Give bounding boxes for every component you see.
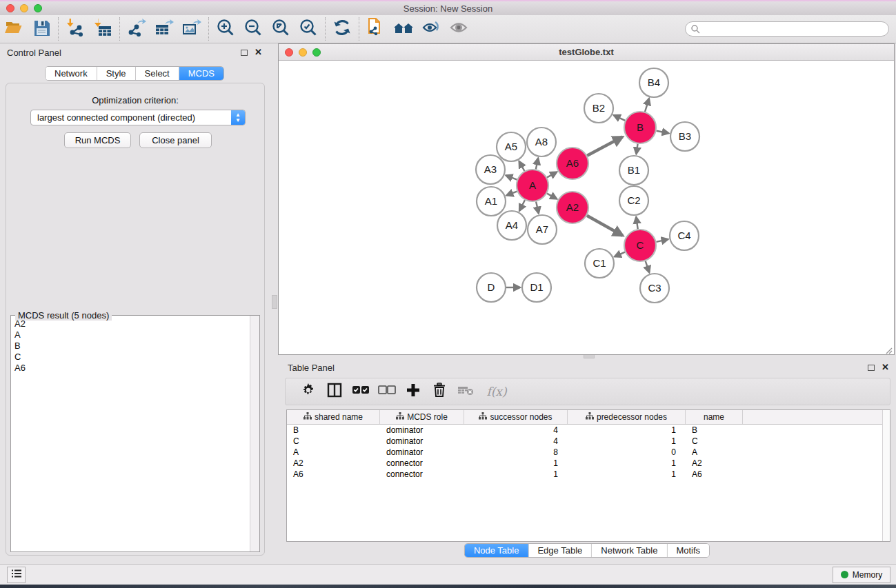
graph-edge-A-A5[interactable] — [519, 161, 525, 171]
deselect-all-button[interactable] — [374, 381, 400, 403]
graph-edge-A-A3[interactable] — [506, 175, 517, 179]
save-session-button[interactable] — [28, 17, 55, 41]
graph-edge-A2-C[interactable] — [587, 216, 623, 236]
graph-edge-A-A1[interactable] — [506, 192, 517, 196]
function-builder-button[interactable]: f(x) — [479, 381, 515, 403]
graph-edge-C-C4[interactable] — [656, 239, 668, 242]
table-row[interactable]: A6connector11A6 — [287, 469, 890, 480]
graph-node-C3[interactable]: C3 — [640, 274, 669, 303]
table-row[interactable]: Cdominator41C — [287, 436, 890, 447]
graph-node-B[interactable]: B — [624, 112, 656, 143]
graph-edge-C-C1[interactable] — [615, 252, 625, 257]
show-columns-button[interactable] — [321, 381, 348, 403]
refresh-button[interactable] — [328, 17, 356, 41]
graph-edge-B-B1[interactable] — [636, 144, 637, 154]
import-table-button[interactable] — [89, 17, 117, 41]
tab-node-table[interactable]: Node Table — [465, 544, 529, 557]
table-row[interactable]: Bdominator41B — [287, 425, 890, 436]
graph-node-A2[interactable]: A2 — [557, 192, 588, 223]
table-row[interactable]: Adominator80A — [287, 447, 890, 458]
graph-node-C2[interactable]: C2 — [619, 186, 648, 215]
graph-edge-A-A4[interactable] — [519, 200, 525, 210]
tab-network[interactable]: Network — [46, 67, 97, 80]
graph-edge-A-A2[interactable] — [547, 194, 557, 199]
import-network-button[interactable] — [61, 17, 89, 41]
close-panel-icon[interactable]: ✕ — [255, 49, 262, 56]
tab-mcds[interactable]: MCDS — [179, 67, 223, 80]
graph-edge-A-A6[interactable] — [547, 172, 557, 178]
graph-node-A[interactable]: A — [517, 170, 548, 201]
table-scrollbar[interactable] — [882, 410, 890, 541]
search-input[interactable] — [685, 21, 889, 37]
zoom-selected-button[interactable] — [295, 17, 322, 41]
table-cell: 1 — [464, 469, 568, 480]
float-table-panel-icon[interactable] — [868, 365, 875, 371]
graph-node-D[interactable]: D — [477, 273, 506, 302]
export-table-button[interactable] — [150, 17, 178, 41]
graph-edge-A-A8[interactable] — [536, 159, 538, 170]
column-header-MCDS-role[interactable]: MCDS role — [380, 410, 464, 424]
zoom-fit-button[interactable] — [267, 17, 295, 41]
graph-edge-C-C3[interactable] — [646, 261, 650, 273]
zoom-in-button[interactable] — [212, 17, 239, 41]
delete-table-button[interactable] — [452, 381, 479, 403]
task-history-button[interactable] — [7, 567, 26, 583]
zoom-out-button[interactable] — [239, 17, 267, 41]
graph-node-A1[interactable]: A1 — [477, 187, 506, 216]
tab-style[interactable]: Style — [97, 67, 136, 80]
open-session-button[interactable] — [0, 17, 28, 41]
column-header-name[interactable]: name — [686, 410, 743, 424]
graph-node-A8[interactable]: A8 — [527, 128, 556, 156]
clone-network-button[interactable] — [362, 17, 390, 41]
graph-node-A6[interactable]: A6 — [557, 148, 588, 179]
graph-node-A5[interactable]: A5 — [497, 132, 526, 161]
run-mcds-button[interactable]: Run MCDS — [64, 132, 131, 148]
graph-node-B2[interactable]: B2 — [584, 94, 613, 123]
column-header-predecessor-nodes[interactable]: predecessor nodes — [568, 410, 686, 424]
graph-edge-B-B2[interactable] — [614, 115, 626, 121]
close-panel-button[interactable]: Close panel — [139, 132, 212, 148]
graph-edge-B-B4[interactable] — [645, 99, 649, 112]
memory-button[interactable]: Memory — [833, 567, 890, 583]
show-graphics-details-button[interactable] — [445, 17, 472, 41]
graph-node-C4[interactable]: C4 — [670, 221, 699, 250]
vertical-split-handle[interactable] — [272, 295, 277, 309]
home-button[interactable] — [390, 17, 417, 41]
network-window-titlebar: testGlobe.txt — [279, 44, 894, 61]
table-settings-button[interactable] — [295, 381, 321, 403]
table-row[interactable]: A2connector11A2 — [287, 458, 890, 469]
graph-edge-C-C2[interactable] — [636, 217, 637, 229]
result-scrollbar[interactable] — [250, 316, 259, 551]
graph-node-D1[interactable]: D1 — [522, 273, 551, 302]
tab-network-table[interactable]: Network Table — [592, 544, 667, 557]
graph-node-B1[interactable]: B1 — [619, 156, 648, 185]
tab-select[interactable]: Select — [136, 67, 179, 80]
select-all-button[interactable] — [348, 381, 374, 403]
resize-grip-icon[interactable] — [884, 345, 893, 353]
graph-node-B4[interactable]: B4 — [639, 68, 668, 97]
column-header-shared-name[interactable]: shared name — [287, 410, 380, 424]
add-column-button[interactable] — [400, 381, 426, 403]
export-image-button[interactable] — [178, 17, 206, 41]
float-panel-icon[interactable] — [241, 50, 248, 56]
graph-node-C1[interactable]: C1 — [585, 249, 614, 278]
graph-node-A4[interactable]: A4 — [497, 211, 526, 240]
close-table-panel-icon[interactable]: ✕ — [882, 364, 889, 371]
graph-node-A7[interactable]: A7 — [528, 215, 557, 244]
graph-edge-A-A7[interactable] — [536, 201, 539, 213]
tab-motifs[interactable]: Motifs — [667, 544, 709, 557]
graph-node-A3[interactable]: A3 — [476, 155, 505, 184]
column-header-successor-nodes[interactable]: successor nodes — [464, 410, 568, 424]
graph-edge-B-B3[interactable] — [657, 131, 669, 134]
network-canvas[interactable]: B4B2BB3A5A8A6A3B1AA1C2A2A4A7C4CC1C3DD1 — [279, 61, 894, 354]
mcds-result-list[interactable]: A2ABCA6 — [12, 318, 249, 551]
graph-edge-A6-B[interactable] — [587, 137, 622, 156]
mcds-result-item: A2 — [14, 318, 249, 330]
graph-node-C[interactable]: C — [624, 230, 656, 261]
delete-button[interactable] — [426, 381, 452, 403]
criterion-select[interactable]: largest connected component (directed) ▲… — [30, 110, 246, 125]
graph-node-B3[interactable]: B3 — [670, 122, 699, 151]
hide-graphics-details-button[interactable] — [417, 17, 445, 41]
tab-edge-table[interactable]: Edge Table — [528, 544, 592, 557]
export-network-button[interactable] — [123, 17, 150, 41]
